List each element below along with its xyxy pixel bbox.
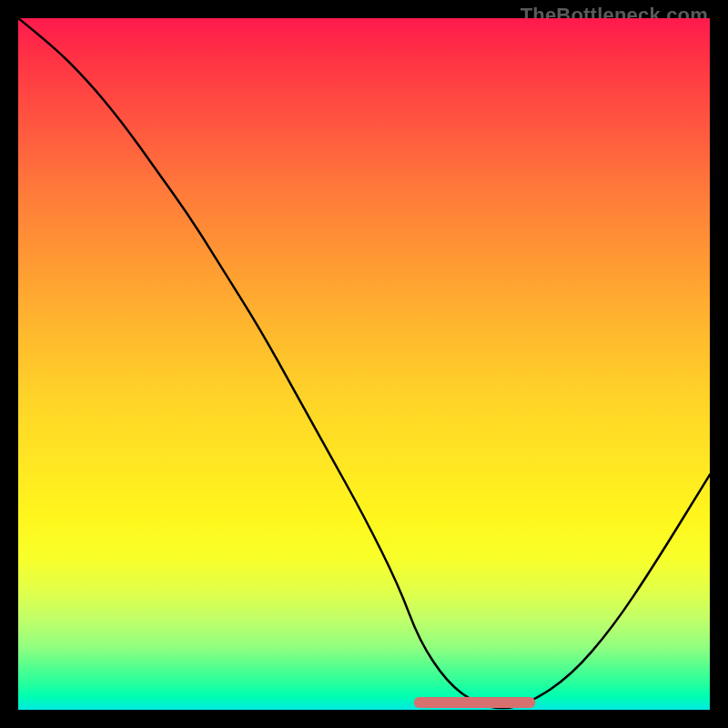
- marker-svg: [18, 18, 710, 710]
- plot-area: [18, 18, 710, 710]
- chart-container: TheBottleneck.com: [0, 0, 728, 728]
